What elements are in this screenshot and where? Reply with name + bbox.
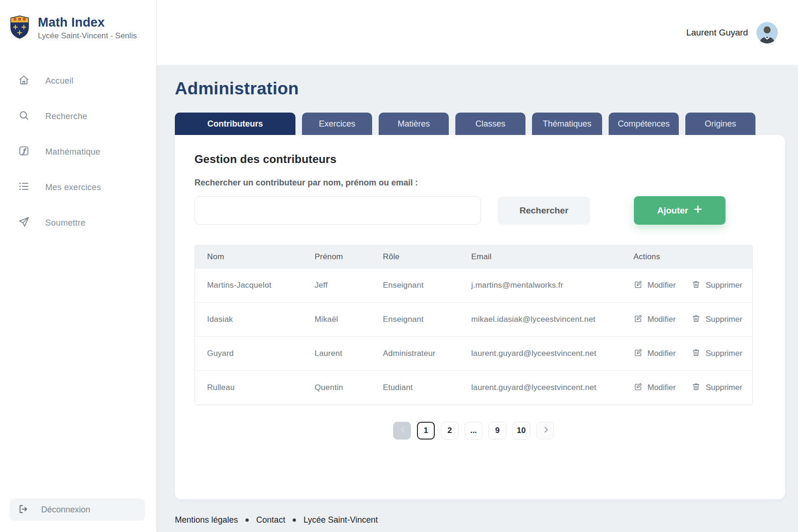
pagination-ellipsis[interactable]: ... <box>465 422 482 440</box>
edit-button[interactable]: Modifier <box>633 382 676 394</box>
search-row: Rechercher Ajouter <box>194 196 753 225</box>
cell-role: Administrateur <box>371 349 459 358</box>
cell-prenom: Jeff <box>302 281 371 290</box>
sidebar-item-label: Mes exercices <box>45 183 101 192</box>
home-icon <box>18 74 30 88</box>
pagination-page-9[interactable]: 9 <box>489 422 506 440</box>
column-header-email: Email <box>459 252 621 262</box>
add-contributor-button[interactable]: Ajouter <box>634 196 726 225</box>
trash-icon <box>691 280 701 291</box>
cell-role: Enseignant <box>371 281 459 290</box>
cell-prenom: Mikaël <box>302 315 371 324</box>
delete-button[interactable]: Supprimer <box>691 348 742 360</box>
cell-email: mikael.idasiak@lyceestvincent.net <box>459 315 621 324</box>
brand-title: Math Index <box>38 15 137 30</box>
plus-icon <box>694 205 702 216</box>
search-label: Rechercher un contributeur par nom, prén… <box>194 178 785 188</box>
trash-icon <box>691 382 701 394</box>
table-row: IdasiakMikaëlEnseignantmikael.idasiak@ly… <box>195 302 752 336</box>
footer-link-lycee-saint-vincent[interactable]: Lycée Saint-Vincent <box>303 515 378 525</box>
edit-label: Modifier <box>647 315 676 324</box>
pagination-prev-button[interactable] <box>393 422 411 440</box>
delete-button[interactable]: Supprimer <box>691 314 742 326</box>
sidebar-item-label: Soumettre <box>45 218 86 228</box>
edit-button[interactable]: Modifier <box>633 348 676 360</box>
search-button[interactable]: Rechercher <box>498 197 590 225</box>
cell-role: Enseignant <box>371 315 459 324</box>
sidebar-item-label: Recherche <box>45 112 87 121</box>
list-icon <box>18 180 30 194</box>
sidebar: Math Index Lycée Saint-Vincent - Senlis … <box>0 0 157 532</box>
trash-icon <box>691 348 701 360</box>
edit-icon <box>633 280 643 291</box>
svg-text:ƒ: ƒ <box>22 147 27 155</box>
send-icon <box>18 216 30 230</box>
sidebar-item-mathematique[interactable]: ƒMathématique <box>0 137 156 166</box>
delete-button[interactable]: Supprimer <box>691 382 742 394</box>
pagination-next-button[interactable] <box>536 422 554 440</box>
logout-button[interactable]: Déconnexion <box>10 498 145 521</box>
sidebar-nav: AccueilRechercheƒMathématiqueMes exercic… <box>0 66 156 244</box>
delete-label: Supprimer <box>705 383 742 392</box>
app-window: Math Index Lycée Saint-Vincent - Senlis … <box>0 0 798 532</box>
chevron-right-icon <box>541 426 549 436</box>
sidebar-item-label: Accueil <box>45 76 73 86</box>
tab-contributeurs[interactable]: Contributeurs <box>175 113 295 135</box>
cell-actions: ModifierSupprimer <box>621 348 752 360</box>
table-row: GuyardLaurentAdministrateurlaurent.guyar… <box>195 336 752 370</box>
cell-email: j.martins@mentalworks.fr <box>459 281 621 290</box>
sidebar-item-mes-exercices[interactable]: Mes exercices <box>0 173 156 202</box>
edit-label: Modifier <box>647 383 676 392</box>
cell-nom: Guyard <box>195 349 302 358</box>
edit-button[interactable]: Modifier <box>633 280 676 291</box>
table-row: Martins-JacquelotJeffEnseignantj.martins… <box>195 268 752 302</box>
user-name: Laurent Guyard <box>686 28 748 38</box>
tab-matieres[interactable]: Matières <box>379 113 449 135</box>
tab-classes[interactable]: Classes <box>455 113 525 135</box>
brand: Math Index Lycée Saint-Vincent - Senlis <box>0 0 156 41</box>
content-area: Administration ContributeursExercicesMat… <box>157 65 798 532</box>
tab-thematiques[interactable]: Thématiques <box>532 113 602 135</box>
main-column: Laurent Guyard Administration Contribute… <box>157 0 798 532</box>
edit-icon <box>633 314 643 326</box>
pagination-page-10[interactable]: 10 <box>512 422 530 440</box>
cell-prenom: Laurent <box>302 349 371 358</box>
footer-link-contact[interactable]: Contact <box>256 515 285 525</box>
table-header-row: NomPrénomRôleEmailActions <box>195 246 752 268</box>
search-icon <box>18 109 30 123</box>
cell-nom: Martins-Jacquelot <box>195 281 302 290</box>
tab-exercices[interactable]: Exercices <box>302 113 372 135</box>
trash-icon <box>691 314 701 326</box>
sidebar-item-recherche[interactable]: Recherche <box>0 102 156 131</box>
tab-origines[interactable]: Origines <box>685 113 755 135</box>
edit-label: Modifier <box>647 281 676 290</box>
tab-competences[interactable]: Compétences <box>609 113 679 135</box>
cell-email: laurent.guyard@lyceestvincent.net <box>459 383 621 392</box>
cell-role: Etudiant <box>371 383 459 392</box>
pagination-page-2[interactable]: 2 <box>441 422 459 440</box>
pagination: 12...910 <box>194 422 753 440</box>
edit-button[interactable]: Modifier <box>633 314 676 326</box>
logout-icon <box>18 504 29 516</box>
footer-link-mentions-legales[interactable]: Mentions légales <box>175 515 238 525</box>
edit-label: Modifier <box>647 349 676 358</box>
math-function-icon: ƒ <box>18 145 30 159</box>
footer-separator-dot <box>293 518 296 522</box>
brand-subtitle: Lycée Saint-Vincent - Senlis <box>38 31 137 41</box>
user-avatar[interactable] <box>756 22 778 43</box>
contributors-panel: Gestion des contributeurs Rechercher un … <box>175 135 785 499</box>
edit-icon <box>633 348 643 360</box>
delete-label: Supprimer <box>705 315 742 324</box>
delete-label: Supprimer <box>705 349 742 358</box>
sidebar-item-accueil[interactable]: Accueil <box>0 66 156 95</box>
sidebar-item-soumettre[interactable]: Soumettre <box>0 208 156 237</box>
tab-bar: ContributeursExercicesMatièresClassesThé… <box>175 113 798 135</box>
search-input[interactable] <box>194 196 481 225</box>
delete-button[interactable]: Supprimer <box>691 280 742 291</box>
cell-nom: Idasiak <box>195 315 302 324</box>
column-header-nom: Nom <box>195 252 302 262</box>
pagination-page-1[interactable]: 1 <box>417 422 435 440</box>
footer: Mentions légalesContactLycée Saint-Vince… <box>175 515 798 525</box>
sidebar-item-label: Mathématique <box>45 147 101 157</box>
topbar: Laurent Guyard <box>157 0 798 65</box>
